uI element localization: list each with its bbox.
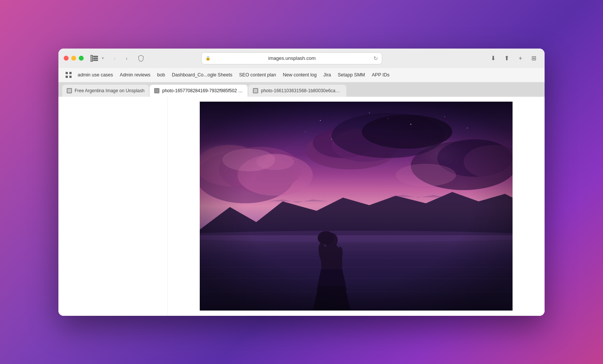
bookmark-setapp-smm[interactable]: Setapp SMM <box>335 71 367 79</box>
svg-rect-2 <box>93 58 98 59</box>
tab-1[interactable]: photo-1657708284169-7932f985f502 2 264x2… <box>150 85 248 97</box>
download-button[interactable]: ⬇ <box>488 53 499 64</box>
svg-rect-0 <box>90 55 93 61</box>
tab-2-title: photo-1661103631568-1b80030e6ca6 871×580… <box>261 88 342 93</box>
grid-view-button[interactable]: ⊞ <box>529 53 539 64</box>
svg-rect-1 <box>93 56 98 57</box>
minimize-button[interactable] <box>71 56 76 61</box>
bookmark-admin-use-cases[interactable]: admin use cases <box>75 71 116 79</box>
bookmarks-bar: admin use cases Admin reviews bob Dashbo… <box>58 68 545 82</box>
apps-grid-button[interactable] <box>64 70 73 80</box>
svg-rect-3 <box>93 60 98 61</box>
tab-1-favicon <box>154 88 159 93</box>
maximize-button[interactable] <box>79 56 84 61</box>
share-button[interactable]: ⬆ <box>502 53 512 64</box>
svg-rect-8 <box>67 89 71 93</box>
title-bar: ▾ ‹ › 🔒 images.unsplash.com ↻ ⬇ ⬆ + ⊞ <box>58 49 545 68</box>
tab-0-title: Free Argentina Image on Unsplash <box>75 88 144 93</box>
reload-button[interactable]: ↻ <box>373 55 378 61</box>
svg-rect-6 <box>66 76 68 78</box>
bookmark-jira[interactable]: Jira <box>321 71 334 79</box>
tab-0[interactable]: Free Argentina Image on Unsplash <box>62 85 149 97</box>
photo-image <box>200 102 513 311</box>
main-content <box>168 97 545 316</box>
bookmark-bob[interactable]: bob <box>155 71 168 79</box>
bookmark-app-ids[interactable]: APP IDs <box>369 71 392 79</box>
new-tab-button[interactable]: + <box>515 53 526 64</box>
chevron-down-icon[interactable]: ▾ <box>102 56 104 61</box>
close-button[interactable] <box>64 56 69 61</box>
lock-icon: 🔒 <box>205 56 211 61</box>
svg-rect-5 <box>69 72 72 74</box>
photo-container <box>168 97 545 316</box>
traffic-lights <box>64 56 84 61</box>
bookmark-seo-content-plan[interactable]: SEO content plan <box>236 71 279 79</box>
url-text: images.unsplash.com <box>213 55 371 61</box>
browser-window: ▾ ‹ › 🔒 images.unsplash.com ↻ ⬇ ⬆ + ⊞ <box>58 49 545 316</box>
back-button[interactable]: ‹ <box>109 53 120 64</box>
bookmark-admin-reviews[interactable]: Admin reviews <box>117 71 153 79</box>
tab-1-title: photo-1657708284169-7932f985f502 2 264x2… <box>162 88 243 93</box>
toolbar-right: ⬇ ⬆ + ⊞ <box>488 53 539 64</box>
tab-0-favicon <box>67 88 72 93</box>
nav-buttons: ‹ › <box>109 53 132 64</box>
address-bar[interactable]: 🔒 images.unsplash.com ↻ <box>201 52 382 64</box>
svg-rect-4 <box>66 72 68 74</box>
svg-rect-7 <box>69 76 72 78</box>
tab-2[interactable]: photo-1661103631568-1b80030e6ca6 871×580… <box>248 85 346 97</box>
bookmark-dashboard-google-sheets[interactable]: Dashboard_Co...ogle Sheets <box>169 71 235 79</box>
tab-2-favicon <box>253 88 258 93</box>
sidebar-panel <box>58 97 168 316</box>
forward-button[interactable]: › <box>121 53 132 64</box>
svg-rect-9 <box>155 89 159 93</box>
tabs-bar: Free Argentina Image on Unsplash photo-1… <box>58 82 545 97</box>
shield-icon <box>136 53 146 64</box>
sidebar-toggle-button[interactable] <box>90 55 98 62</box>
page-content <box>58 97 545 316</box>
svg-rect-56 <box>200 102 513 311</box>
bookmark-new-content-log[interactable]: New content log <box>280 71 319 79</box>
svg-rect-10 <box>254 89 257 93</box>
